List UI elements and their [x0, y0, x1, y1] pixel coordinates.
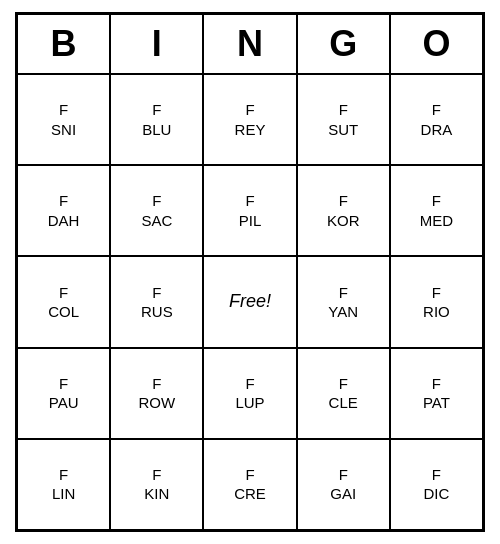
cell-bottom-0-4: DRA	[421, 120, 453, 140]
bingo-card: BINGO FSNIFBLUFREYFSUTFDRAFDAHFSACFPILFK…	[15, 12, 485, 532]
cell-top-1-2: F	[245, 191, 254, 211]
bingo-cell-1-3: FKOR	[297, 165, 390, 256]
cell-top-3-1: F	[152, 374, 161, 394]
bingo-cell-4-0: FLIN	[17, 439, 110, 530]
cell-bottom-4-1: KIN	[144, 484, 169, 504]
bingo-header: BINGO	[17, 14, 483, 74]
cell-top-0-3: F	[339, 100, 348, 120]
cell-top-0-4: F	[432, 100, 441, 120]
cell-top-1-1: F	[152, 191, 161, 211]
cell-top-1-3: F	[339, 191, 348, 211]
cell-bottom-1-2: PIL	[239, 211, 262, 231]
cell-bottom-0-1: BLU	[142, 120, 171, 140]
cell-top-4-0: F	[59, 465, 68, 485]
cell-bottom-4-4: DIC	[423, 484, 449, 504]
header-letter-n: N	[203, 14, 296, 74]
cell-bottom-0-3: SUT	[328, 120, 358, 140]
bingo-cell-0-0: FSNI	[17, 74, 110, 165]
bingo-cell-0-4: FDRA	[390, 74, 483, 165]
bingo-cell-0-1: FBLU	[110, 74, 203, 165]
cell-top-1-4: F	[432, 191, 441, 211]
bingo-cell-0-3: FSUT	[297, 74, 390, 165]
cell-top-2-0: F	[59, 283, 68, 303]
bingo-cell-2-0: FCOL	[17, 256, 110, 347]
cell-bottom-1-1: SAC	[141, 211, 172, 231]
header-letter-o: O	[390, 14, 483, 74]
cell-top-3-4: F	[432, 374, 441, 394]
cell-bottom-1-3: KOR	[327, 211, 360, 231]
cell-bottom-4-2: CRE	[234, 484, 266, 504]
bingo-cell-4-3: FGAI	[297, 439, 390, 530]
cell-top-3-3: F	[339, 374, 348, 394]
cell-bottom-2-4: RIO	[423, 302, 450, 322]
cell-bottom-4-3: GAI	[330, 484, 356, 504]
cell-bottom-0-2: REY	[235, 120, 266, 140]
cell-top-4-4: F	[432, 465, 441, 485]
cell-bottom-3-4: PAT	[423, 393, 450, 413]
bingo-cell-1-4: FMED	[390, 165, 483, 256]
cell-top-3-2: F	[245, 374, 254, 394]
cell-top-2-1: F	[152, 283, 161, 303]
cell-bottom-1-0: DAH	[48, 211, 80, 231]
cell-bottom-3-3: CLE	[329, 393, 358, 413]
bingo-cell-3-3: FCLE	[297, 348, 390, 439]
bingo-row-3: FPAUFROWFLUPFCLEFPAT	[17, 348, 483, 439]
bingo-cell-3-4: FPAT	[390, 348, 483, 439]
bingo-cell-2-3: FYAN	[297, 256, 390, 347]
cell-bottom-2-3: YAN	[328, 302, 358, 322]
bingo-cell-4-1: FKIN	[110, 439, 203, 530]
cell-bottom-3-0: PAU	[49, 393, 79, 413]
bingo-cell-4-2: FCRE	[203, 439, 296, 530]
bingo-cell-3-0: FPAU	[17, 348, 110, 439]
cell-top-0-1: F	[152, 100, 161, 120]
bingo-row-0: FSNIFBLUFREYFSUTFDRA	[17, 74, 483, 165]
bingo-cell-1-1: FSAC	[110, 165, 203, 256]
bingo-cell-2-2: Free!	[203, 256, 296, 347]
cell-top-4-3: F	[339, 465, 348, 485]
cell-top-1-0: F	[59, 191, 68, 211]
bingo-cell-4-4: FDIC	[390, 439, 483, 530]
header-letter-g: G	[297, 14, 390, 74]
cell-bottom-1-4: MED	[420, 211, 453, 231]
header-letter-b: B	[17, 14, 110, 74]
bingo-cell-3-1: FROW	[110, 348, 203, 439]
cell-top-2-4: F	[432, 283, 441, 303]
cell-top-0-2: F	[245, 100, 254, 120]
cell-top-3-0: F	[59, 374, 68, 394]
bingo-cell-3-2: FLUP	[203, 348, 296, 439]
cell-top-0-0: F	[59, 100, 68, 120]
bingo-grid: FSNIFBLUFREYFSUTFDRAFDAHFSACFPILFKORFMED…	[17, 74, 483, 530]
bingo-cell-2-1: FRUS	[110, 256, 203, 347]
bingo-cell-1-2: FPIL	[203, 165, 296, 256]
cell-top-2-3: F	[339, 283, 348, 303]
cell-bottom-2-0: COL	[48, 302, 79, 322]
cell-bottom-3-1: ROW	[138, 393, 175, 413]
bingo-row-2: FCOLFRUSFree!FYANFRIO	[17, 256, 483, 347]
header-letter-i: I	[110, 14, 203, 74]
cell-bottom-2-1: RUS	[141, 302, 173, 322]
cell-bottom-3-2: LUP	[235, 393, 264, 413]
cell-bottom-0-0: SNI	[51, 120, 76, 140]
bingo-cell-0-2: FREY	[203, 74, 296, 165]
bingo-row-1: FDAHFSACFPILFKORFMED	[17, 165, 483, 256]
bingo-cell-1-0: FDAH	[17, 165, 110, 256]
cell-top-4-1: F	[152, 465, 161, 485]
cell-bottom-4-0: LIN	[52, 484, 75, 504]
bingo-row-4: FLINFKINFCREFGAIFDIC	[17, 439, 483, 530]
cell-top-4-2: F	[245, 465, 254, 485]
bingo-cell-2-4: FRIO	[390, 256, 483, 347]
